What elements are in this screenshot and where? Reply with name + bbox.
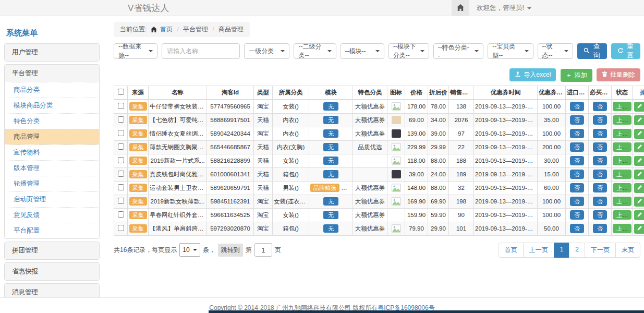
sidebar-item-user-management[interactable]: 用户管理 — [5, 44, 99, 61]
edit-button[interactable] — [634, 156, 644, 166]
sidebar-item-goods-management[interactable]: 商品管理 — [5, 129, 99, 145]
status-toggle[interactable]: 上架 — [613, 156, 631, 165]
sidebar-item-carousel-management[interactable]: 轮播管理 — [5, 176, 99, 191]
sidebar-item-splash-page-management[interactable]: 启动页管理 — [5, 191, 99, 207]
sidebar-item-version-management[interactable]: 版本管理 — [5, 160, 99, 176]
row-select-checkbox[interactable] — [118, 225, 124, 231]
pagination-summary: 共16条记录，每页显示 10 条， 跳转到 第 页 — [114, 243, 281, 257]
pager-button-5[interactable]: 末页 — [615, 243, 640, 258]
table-row: 采集 早春网红针织外套女春... 596611634525 淘宝 女装() 无 … — [114, 208, 644, 222]
must-buy-toggle[interactable]: 否 — [593, 115, 607, 125]
edit-button[interactable] — [634, 170, 644, 179]
status-toggle[interactable]: 上架 — [613, 197, 631, 206]
edit-button[interactable] — [634, 129, 644, 139]
breadcrumb-home-link[interactable]: 首页 — [160, 26, 173, 33]
status-cell: 上架 — [612, 222, 633, 235]
must-buy-toggle[interactable]: 否 — [593, 224, 607, 233]
status-toggle[interactable]: 上架 — [613, 170, 631, 179]
imported-toggle[interactable]: 否 — [570, 102, 584, 111]
status-toggle[interactable]: 上架 — [613, 102, 631, 111]
pager-button-4[interactable]: 下一页 — [585, 243, 616, 258]
jump-page-input[interactable] — [254, 243, 272, 257]
must-buy-toggle[interactable]: 否 — [593, 102, 607, 111]
sidebar-item-goods-category[interactable]: 商品分类 — [5, 82, 99, 98]
sidebar-item-module-goods-category[interactable]: 模块商品分类 — [5, 98, 99, 113]
search-button[interactable]: 查询 — [577, 43, 606, 59]
edit-button[interactable] — [634, 142, 644, 152]
reset-button[interactable]: 重置 — [611, 43, 640, 59]
pager-button-3[interactable]: 2 — [569, 243, 585, 258]
imported-toggle[interactable]: 否 — [570, 156, 584, 165]
imported-toggle[interactable]: 否 — [570, 142, 584, 152]
module-sub-category-select[interactable]: --模块下分类-- — [388, 43, 429, 59]
imported-toggle[interactable]: 否 — [570, 183, 584, 192]
edit-button[interactable] — [634, 210, 644, 220]
status-toggle[interactable]: 上架 — [613, 142, 631, 152]
must-buy-toggle[interactable]: 否 — [593, 183, 607, 192]
row-select-checkbox[interactable] — [118, 116, 124, 123]
sidebar-item-feature-category[interactable]: 特色分类 — [5, 113, 99, 129]
must-buy-toggle[interactable]: 否 — [593, 129, 607, 138]
edit-button[interactable] — [634, 183, 644, 193]
must-buy-toggle[interactable]: 否 — [593, 197, 607, 206]
sidebar-item-saving-express[interactable]: 省惠快报 — [5, 263, 99, 280]
imported-toggle[interactable]: 否 — [570, 115, 584, 125]
data-source-select[interactable]: --数据来源-- — [114, 43, 157, 59]
must-buy-toggle[interactable]: 否 — [593, 156, 607, 165]
home-button[interactable] — [452, 0, 469, 16]
must-buy-toggle[interactable]: 否 — [593, 142, 607, 152]
row-select-checkbox[interactable] — [118, 103, 124, 109]
batch-delete-button[interactable]: 批量删除 — [597, 68, 640, 81]
sidebar-item-feedback[interactable]: 意见反馈 — [5, 207, 99, 223]
status-toggle[interactable]: 上架 — [613, 115, 631, 125]
name-input[interactable] — [162, 43, 240, 59]
sidebar-item-promo-materials[interactable]: 宣传物料 — [5, 145, 99, 160]
pager-button-1[interactable]: 上一页 — [523, 243, 554, 258]
edit-button[interactable] — [634, 115, 644, 125]
item-type-select[interactable]: --宝贝类型-- — [488, 43, 533, 59]
edit-button[interactable] — [634, 102, 644, 112]
module-select[interactable]: --模块-- — [341, 43, 384, 59]
sales-cell: 189 — [449, 167, 474, 181]
status-toggle[interactable]: 上架 — [613, 224, 631, 233]
row-select-checkbox[interactable] — [118, 171, 124, 177]
row-select-checkbox[interactable] — [118, 157, 124, 163]
must-buy-toggle[interactable]: 否 — [593, 170, 607, 179]
status-toggle[interactable]: 上架 — [613, 210, 631, 220]
imported-toggle[interactable]: 否 — [570, 129, 584, 138]
sidebar-item-message-management[interactable]: 消息管理 — [5, 284, 99, 297]
imported-toggle[interactable]: 否 — [570, 224, 584, 233]
row-select-checkbox[interactable] — [118, 211, 124, 218]
imported-toggle[interactable]: 否 — [570, 210, 584, 220]
edit-button[interactable] — [634, 197, 644, 207]
status-select[interactable]: --状态-- — [538, 43, 574, 59]
status-toggle[interactable]: 上架 — [613, 183, 631, 192]
add-button[interactable]: ＋ 添加 — [561, 69, 592, 82]
row-select-cell — [114, 100, 128, 114]
imported-toggle[interactable]: 否 — [570, 197, 584, 206]
jump-button[interactable]: 跳转到 — [218, 244, 243, 257]
edit-button[interactable] — [634, 224, 644, 234]
level2-category-select[interactable]: --二级分类-- — [294, 43, 336, 59]
sidebar-item-groupbuy-management[interactable]: 拼团管理 — [5, 242, 99, 259]
select-all-checkbox[interactable] — [118, 89, 124, 95]
import-excel-button[interactable]: 导入excel — [509, 68, 556, 81]
feature-category-select[interactable]: --特色分类-- — [433, 43, 484, 59]
status-toggle[interactable]: 上架 — [613, 129, 631, 138]
sidebar-item-platform-management[interactable]: 平台管理 — [5, 65, 99, 82]
level1-category-select[interactable]: 一级分类 — [244, 43, 289, 59]
user-menu[interactable]: 欢迎您，管理员! — [469, 0, 539, 16]
row-select-checkbox[interactable] — [118, 130, 124, 136]
row-select-checkbox[interactable] — [118, 184, 124, 190]
must-buy-toggle[interactable]: 否 — [593, 210, 607, 220]
chevron-down-icon — [525, 50, 529, 52]
row-select-checkbox[interactable] — [118, 198, 124, 204]
pager-button-0[interactable]: 首页 — [499, 243, 524, 258]
table-row: 采集 【港风】单肩斜跨链条... 597293020870 淘宝 箱包() 无 … — [114, 222, 644, 235]
sidebar-item-platform-config[interactable]: 平台配置 — [5, 223, 99, 238]
pager-button-2[interactable]: 1 — [554, 243, 570, 258]
per-page-select[interactable]: 10 — [179, 243, 200, 257]
row-select-checkbox[interactable] — [118, 143, 124, 150]
taoke-id-cell: 597293020870 — [207, 222, 254, 235]
imported-toggle[interactable]: 否 — [570, 170, 584, 179]
